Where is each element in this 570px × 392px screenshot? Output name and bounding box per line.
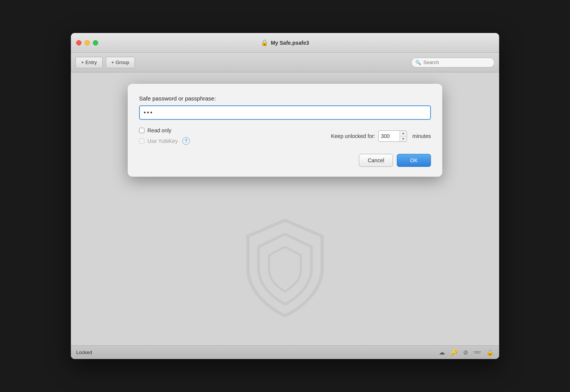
- read-only-label: Read only: [147, 127, 171, 133]
- keep-unlocked-group: Keep unlocked for: ▲ ▼ minutes: [331, 130, 431, 142]
- modal-buttons: Cancel OK: [139, 154, 431, 167]
- modal-overlay: Safe password or passphrase: Read only U…: [71, 72, 499, 345]
- circle-slash-icon[interactable]: ⊘: [463, 349, 468, 356]
- password-input[interactable]: [139, 105, 431, 120]
- options-row: Read only Use YubiKey ? Keep unlocked fo…: [139, 127, 431, 145]
- titlebar: 🔒 My Safe.psafe3: [71, 33, 499, 53]
- stepper-up-button[interactable]: ▲: [400, 131, 407, 136]
- lock-icon: 🔒: [261, 39, 268, 46]
- minimize-button[interactable]: [85, 40, 90, 45]
- read-only-checkbox[interactable]: [139, 128, 144, 133]
- window-title: 🔒 My Safe.psafe3: [261, 39, 309, 46]
- close-button[interactable]: [76, 40, 81, 45]
- statusbar-icons: ☁ 🔑 ⊘ 👓 🔒: [439, 349, 494, 356]
- minutes-input-wrapper: ▲ ▼: [378, 130, 407, 142]
- yubikey-item: Use YubiKey ?: [139, 137, 215, 145]
- statusbar: Locked ☁ 🔑 ⊘ 👓 🔒: [71, 345, 499, 359]
- status-text: Locked: [76, 350, 92, 355]
- add-group-button[interactable]: + Group: [106, 57, 135, 68]
- lock-icon[interactable]: 🔒: [486, 349, 494, 356]
- main-content: Safe password or passphrase: Read only U…: [71, 72, 499, 345]
- minutes-stepper: ▲ ▼: [399, 131, 407, 141]
- yubikey-label: Use YubiKey: [147, 138, 178, 144]
- add-entry-button[interactable]: + Entry: [75, 57, 103, 68]
- ok-button[interactable]: OK: [397, 154, 431, 167]
- keep-unlocked-label: Keep unlocked for:: [331, 133, 375, 139]
- cloud-icon[interactable]: ☁: [439, 349, 445, 356]
- help-icon[interactable]: ?: [182, 137, 190, 145]
- cancel-button[interactable]: Cancel: [359, 154, 393, 167]
- password-label: Safe password or passphrase:: [139, 95, 431, 102]
- glasses-icon[interactable]: 👓: [473, 349, 481, 356]
- maximize-button[interactable]: [93, 40, 98, 45]
- yubikey-checkbox[interactable]: [139, 138, 144, 144]
- traffic-lights: [76, 40, 98, 45]
- search-input[interactable]: [423, 60, 490, 65]
- group-button-label: + Group: [111, 60, 129, 65]
- toolbar: + Entry + Group 🔍: [71, 53, 499, 72]
- minutes-label: minutes: [412, 133, 431, 139]
- search-icon: 🔍: [415, 60, 421, 65]
- minutes-input[interactable]: [379, 131, 399, 141]
- title-text: My Safe.psafe3: [271, 40, 309, 46]
- entry-button-label: + Entry: [81, 60, 97, 65]
- password-dialog: Safe password or passphrase: Read only U…: [128, 84, 442, 177]
- stepper-down-button[interactable]: ▼: [400, 136, 407, 142]
- key-icon[interactable]: 🔑: [450, 349, 458, 356]
- search-box: 🔍: [411, 58, 495, 67]
- checkbox-group: Read only Use YubiKey ?: [139, 127, 215, 145]
- read-only-item: Read only: [139, 127, 215, 133]
- app-window: 🔒 My Safe.psafe3 + Entry + Group 🔍: [71, 33, 499, 359]
- password-input-wrapper: [139, 105, 431, 120]
